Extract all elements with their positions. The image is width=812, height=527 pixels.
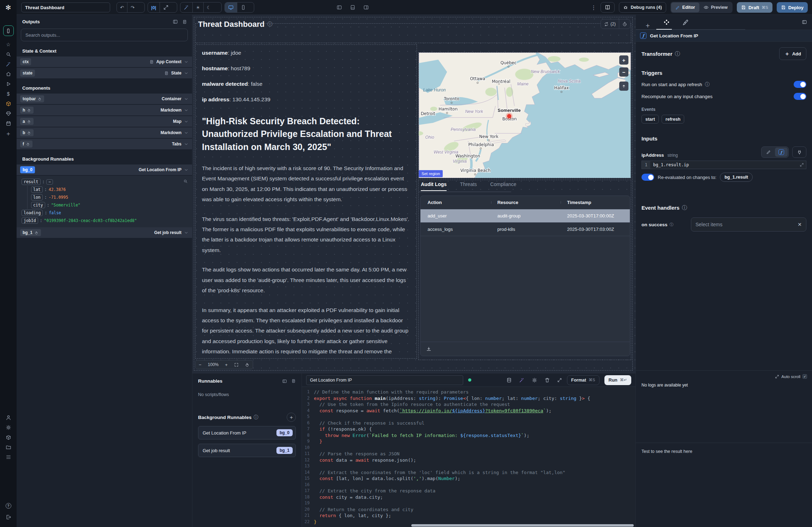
tab-threats[interactable]: Threats	[460, 181, 477, 191]
schedules-icon[interactable]	[0, 119, 17, 128]
expand-editor-icon[interactable]	[557, 378, 562, 383]
connect-input-button[interactable]	[792, 146, 806, 158]
download-icon[interactable]	[426, 346, 431, 352]
output-row-ctx[interactable]: ctxApp Context	[17, 56, 192, 67]
delete-icon[interactable]	[544, 377, 550, 383]
code-line-6[interactable]: 6 // Check if the response is successful	[302, 420, 635, 426]
json-node-jobId[interactable]: jobId:"0199390f-2843-ceac-dc03-cf8b242a1…	[22, 217, 189, 224]
app-title-input[interactable]: Threat Dashboard	[21, 2, 110, 12]
code-line-3[interactable]: 3 // Use the token from the Ipinfo resou…	[302, 401, 635, 408]
resources-icon[interactable]	[0, 99, 17, 109]
table-row-1[interactable]: add_useraudit-group2025-03-30T17:00:00Z	[420, 209, 630, 223]
insert-component-tab[interactable]: ＋	[644, 14, 651, 30]
doc-icon[interactable]	[291, 379, 296, 383]
map-zoom-out-button[interactable]: −	[619, 67, 628, 77]
json-node-loading[interactable]: loading:false	[22, 209, 189, 217]
code-line-16[interactable]: 16	[302, 482, 635, 488]
runnable-item-bg_1[interactable]: Get job resultbg_1	[198, 444, 296, 457]
settings-gear-icon[interactable]	[532, 377, 537, 383]
code-line-2[interactable]: 2export async function main(ipAddress: s…	[302, 395, 635, 402]
panel-bottom-toggle-icon[interactable]	[350, 5, 356, 10]
runs-icon[interactable]	[0, 79, 17, 89]
cache-icon[interactable]	[506, 377, 512, 383]
dark-theme-button[interactable]: ☾	[203, 2, 214, 12]
on-success-select[interactable]: Select items ✕	[691, 217, 806, 232]
add-background-runnable-button[interactable]: ＋	[287, 413, 296, 422]
code-line-11[interactable]: 11 // Parse the response as JSON	[302, 451, 635, 457]
code-line-15[interactable]: 15 const [lat, lon] = data.loc.split(','…	[302, 475, 635, 482]
kebab-menu-icon[interactable]: ⋮	[591, 4, 596, 11]
search-outputs-input[interactable]: Search outputs...	[21, 29, 188, 41]
deploy-button[interactable]: Deploy	[777, 2, 808, 13]
preview-tab[interactable]: Preview	[699, 2, 732, 12]
autoscroll-checkbox[interactable]: ✓	[802, 374, 807, 379]
user-icon[interactable]	[0, 413, 17, 423]
runnable-item-bg_0[interactable]: Get Location From IPbg_0	[198, 426, 296, 439]
reeval-dependency-chip[interactable]: bg_1.result	[720, 173, 753, 182]
output-row-f[interactable]: fTabs	[17, 139, 192, 149]
json-node-result[interactable]: result:−	[22, 178, 189, 186]
bg0-tag[interactable]: bg_0	[20, 166, 35, 173]
code-line-10[interactable]: 10	[302, 445, 635, 451]
code-line-14[interactable]: 14 // Extract the coordinates from the '…	[302, 469, 635, 476]
trigger-toggle-2[interactable]	[794, 93, 806, 100]
map-marker[interactable]	[507, 114, 511, 118]
logout-icon[interactable]	[0, 512, 17, 522]
tab-compliance[interactable]: Compliance	[490, 181, 517, 191]
code-line-20[interactable]: 20 // Return the coordinates and city	[302, 507, 635, 513]
code-line-7[interactable]: 7 if (!response.ok) {	[302, 426, 635, 432]
json-node-city[interactable]: city:"Somerville"	[27, 201, 189, 209]
help-icon[interactable]: ?	[0, 501, 17, 511]
add-transformer-button[interactable]: ＋Add	[779, 47, 806, 60]
component-settings-tab[interactable]	[663, 19, 670, 26]
mobile-view-button[interactable]	[237, 2, 249, 12]
home-icon[interactable]	[0, 69, 17, 79]
billing-icon[interactable]: $	[0, 89, 17, 99]
code-content[interactable]: 1// Define the main function with the re…	[302, 387, 635, 525]
map[interactable]: QuébecOttawaMontréalNew BrunswickMaineNo…	[419, 53, 631, 178]
horizontal-scrollbar[interactable]	[411, 524, 634, 527]
code-line-13[interactable]: 13	[302, 463, 635, 469]
trigger-toggle-1[interactable]	[794, 81, 806, 88]
collapse-panel-icon[interactable]	[173, 19, 178, 24]
clear-select-icon[interactable]: ✕	[798, 222, 802, 227]
expand-logs-icon[interactable]	[775, 375, 779, 379]
code-line-1[interactable]: 1// Define the main function with the re…	[302, 389, 635, 395]
folders-icon[interactable]	[0, 442, 17, 452]
search-icon[interactable]	[0, 49, 17, 59]
zoom-out-button[interactable]: −	[196, 362, 205, 367]
run-button[interactable]: Run⌘↵	[604, 375, 632, 385]
app-canvas[interactable]: Threat Dashboardⓘ (2) username: jdoehost…	[192, 15, 635, 373]
tabs-component[interactable]: Audit LogsThreatsCompliance ActionResour…	[418, 180, 631, 360]
ai-assistant-button[interactable]	[180, 2, 192, 12]
expand-expression-icon[interactable]	[800, 163, 804, 167]
ai-edit-icon[interactable]	[519, 377, 525, 383]
code-line-21[interactable]: 21 return { lon, lat, city };	[302, 513, 635, 519]
code-line-4[interactable]: 4 const response = await fetch(`https://…	[302, 408, 635, 414]
table-row-2[interactable]: access_logsprod-k8s2025-03-30T17:03:00Z	[420, 223, 630, 236]
tab-audit-logs[interactable]: Audit Logs	[421, 181, 447, 191]
collapse-right-panel-icon[interactable]	[802, 19, 807, 25]
map-locate-button[interactable]	[619, 82, 628, 91]
expand-button[interactable]	[160, 2, 172, 12]
editor-tab[interactable]: Editor	[671, 2, 699, 12]
code-line-17[interactable]: 17 // Extract the city from the response…	[302, 488, 635, 494]
code-line-8[interactable]: 8 throw new Error(`Failed to fetch IP in…	[302, 432, 635, 439]
code-line-19[interactable]: 19	[302, 500, 635, 507]
fit-view-button[interactable]	[231, 363, 242, 367]
format-button[interactable]: Format⌘S	[567, 375, 599, 385]
reeval-toggle[interactable]	[641, 174, 654, 181]
recompute-all-button[interactable]: (2)	[601, 19, 619, 29]
map-component[interactable]: QuébecOttawaMontréalNew BrunswickMaineNo…	[418, 52, 631, 178]
settings-icon[interactable]	[0, 423, 17, 432]
event-chip-refresh[interactable]: refresh	[662, 115, 684, 124]
doc-icon[interactable]	[182, 19, 187, 24]
favorites-icon[interactable]: ☆	[0, 40, 17, 49]
bg1-row[interactable]: bg_1 Get job result	[17, 227, 192, 238]
json-node-lat[interactable]: lat:42.3876	[27, 186, 189, 193]
code-line-18[interactable]: 18 const city = data.city;	[302, 494, 635, 501]
set-region-button[interactable]: Set region	[419, 170, 443, 177]
desktop-view-button[interactable]	[225, 2, 237, 12]
eval-mode-button[interactable]: ƒ	[775, 148, 788, 157]
debug-runs-button[interactable]: Debug runs (4)	[619, 2, 666, 13]
